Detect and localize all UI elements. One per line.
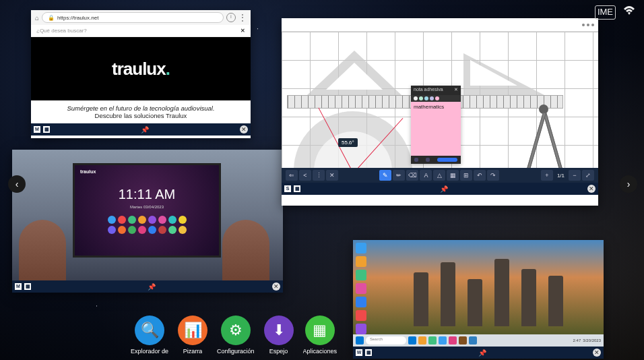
home-icon[interactable]: ⌂	[35, 14, 39, 22]
pin-icon[interactable]: 📌	[478, 349, 486, 357]
toolbar-button[interactable]: ⊞	[460, 170, 472, 181]
tv-time: 11:11 AM	[119, 187, 176, 202]
toolbar-button[interactable]: A	[420, 170, 432, 181]
desktop-icon[interactable]	[356, 256, 366, 267]
toolbar-button[interactable]: +	[541, 170, 553, 181]
sticky-text[interactable]: mathematics	[411, 102, 461, 112]
taskbar-icon[interactable]	[418, 336, 426, 344]
close-icon[interactable]: ✕	[272, 282, 280, 291]
toolbar-button[interactable]: −	[569, 170, 581, 181]
sticky-confirm[interactable]	[437, 158, 457, 162]
dock-label: Pizarra	[183, 348, 203, 355]
person-left	[19, 220, 66, 280]
toolbar-button[interactable]: ⤢	[582, 170, 594, 181]
dock: 🔍Explorador de📊Pizarra⚙Configuración⬇Esp…	[131, 316, 337, 355]
taskbar-icon[interactable]	[428, 336, 437, 344]
tagline: Sumérgete en el futuro de la tecnología …	[31, 100, 251, 123]
board-header	[282, 18, 598, 32]
tv-brand: traulux	[80, 169, 96, 174]
desktop-icon[interactable]	[356, 243, 366, 253]
sticky-color[interactable]	[414, 96, 418, 100]
window-ext-icon[interactable]: ▦	[365, 349, 372, 356]
board-canvas[interactable]: 55.6° nota adhesiva✕ mathematics	[282, 32, 598, 168]
window-badge-m: M	[15, 283, 22, 290]
menu-icon[interactable]: ⋮	[238, 13, 247, 22]
taskbar-icon[interactable]	[459, 336, 467, 344]
account-icon[interactable]: i	[226, 13, 236, 22]
toolbar-button[interactable]: ⇐	[286, 170, 298, 181]
hero-banner: traulux.	[31, 37, 251, 100]
toolbar-button[interactable]: ▦	[447, 170, 459, 181]
toolbar-button[interactable]: ↶	[474, 170, 486, 181]
sticky-footer	[411, 156, 461, 164]
toolbar-button[interactable]: ↷	[487, 170, 499, 181]
next-button[interactable]: ›	[620, 175, 637, 193]
desktop-icon[interactable]	[356, 270, 366, 280]
desktop-scene[interactable]: Search 2:47 3/20/2023	[353, 240, 604, 347]
close-icon[interactable]: ✕	[240, 125, 248, 133]
desktop-icon[interactable]	[356, 283, 366, 294]
search-placeholder[interactable]: ¿Qué desea buscar?	[36, 28, 87, 34]
pin-icon[interactable]: 📌	[141, 126, 149, 133]
toolbar-button[interactable]: △	[433, 170, 445, 181]
close-icon[interactable]: ✕	[593, 349, 601, 357]
browser-window: ⌂ 🔒 https://traulux.net i ⋮ ¿Qué desea b…	[31, 10, 251, 138]
dock-item[interactable]: 📊Pizarra	[178, 316, 207, 355]
compass-tool[interactable]	[517, 104, 571, 168]
dock-item[interactable]: ⬇Espejo	[264, 316, 294, 355]
sticky-color-row[interactable]	[411, 95, 461, 102]
sticky-tool[interactable]	[414, 158, 418, 162]
taskbar-icon[interactable]	[439, 336, 447, 344]
tv-date: Martes 03/04/2023	[130, 205, 164, 209]
sticky-title: nota adhesiva	[414, 87, 443, 94]
toolbar-button[interactable]: ✕	[326, 170, 338, 181]
toolbar-button[interactable]: ⋮	[313, 170, 325, 181]
toolbar-button[interactable]: ✏	[393, 170, 405, 181]
desktop-icons	[356, 243, 368, 334]
board-toolbar: ⇐<⋮✕✎✏⌫A△▦⊞↶↷+1/1−⤢	[282, 168, 598, 183]
desktop-icon[interactable]	[356, 324, 366, 334]
start-icon[interactable]	[356, 336, 364, 344]
dock-label: Explorador de	[131, 348, 168, 355]
dock-label: Configuración	[217, 348, 255, 355]
window-ext-icon[interactable]: ▦	[294, 185, 300, 192]
lock-icon: 🔒	[48, 15, 55, 21]
dock-item[interactable]: ⚙Configuración	[217, 316, 255, 355]
person-right	[222, 220, 269, 280]
room-scene: traulux 11:11 AM Martes 03/04/2023	[12, 150, 283, 280]
dock-icon: 🔍	[135, 316, 164, 345]
sticky-color[interactable]	[424, 96, 428, 100]
taskbar-icon[interactable]	[469, 336, 477, 344]
window-badge-w: W	[356, 349, 362, 356]
sticky-color[interactable]	[435, 96, 439, 100]
taskbar-search[interactable]: Search	[366, 336, 406, 344]
taskbar-icon[interactable]	[408, 336, 416, 344]
taskbar-icon[interactable]	[449, 336, 457, 344]
toolbar-button[interactable]: ✎	[379, 170, 391, 181]
sticky-color[interactable]	[419, 96, 423, 100]
close-search-icon[interactable]: ✕	[240, 28, 245, 34]
dock-item[interactable]: ▦Aplicaciones	[303, 316, 337, 355]
dock-icon: 📊	[178, 316, 207, 345]
desktop-icon[interactable]	[356, 310, 366, 321]
dock-icon: ⚙	[221, 316, 251, 345]
sticky-tool[interactable]	[426, 158, 430, 162]
tv-app-grid	[108, 216, 187, 234]
url-bar[interactable]: 🔒 https://traulux.net	[42, 12, 224, 23]
sticky-close-icon[interactable]: ✕	[454, 87, 458, 94]
taskbar: Search 2:47 3/20/2023	[353, 334, 604, 347]
pin-icon[interactable]: 📌	[148, 283, 156, 291]
toolbar-button[interactable]: ⌫	[406, 170, 418, 181]
sticky-note[interactable]: nota adhesiva✕ mathematics	[411, 86, 461, 164]
display-panel: traulux 11:11 AM Martes 03/04/2023	[73, 163, 221, 258]
toolbar-button[interactable]: <	[299, 170, 311, 181]
window-ext-icon[interactable]: ▦	[43, 126, 50, 133]
sticky-color[interactable]	[430, 96, 434, 100]
prev-button[interactable]: ‹	[8, 175, 26, 193]
angle-value: 55.6°	[338, 138, 358, 147]
desktop-icon[interactable]	[356, 297, 366, 307]
close-icon[interactable]: ✕	[587, 185, 595, 193]
pin-icon[interactable]: 📌	[440, 185, 448, 193]
window-ext-icon[interactable]: ▦	[24, 283, 31, 290]
dock-item[interactable]: 🔍Explorador de	[131, 316, 168, 355]
